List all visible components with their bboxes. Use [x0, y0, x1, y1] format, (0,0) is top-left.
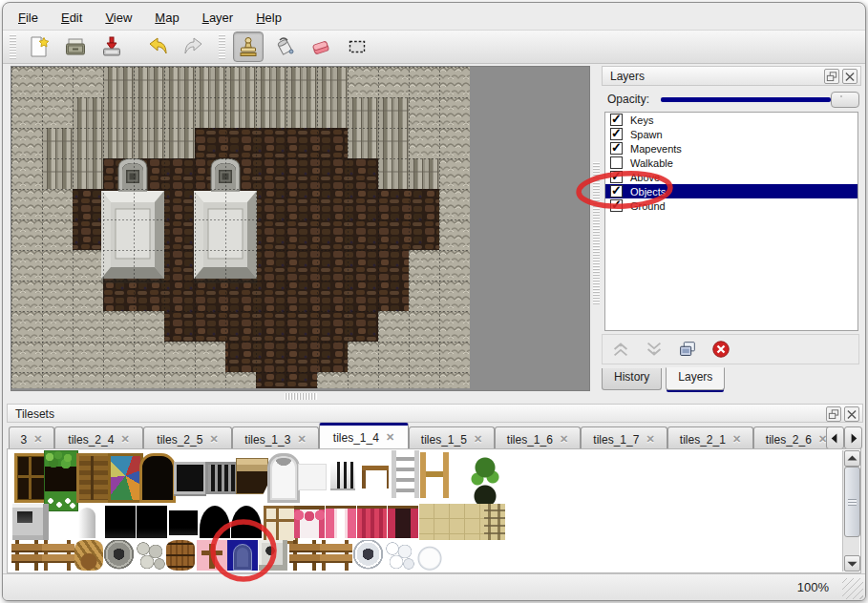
tile-tableSm[interactable] — [362, 466, 389, 489]
tile-awning[interactable] — [236, 458, 268, 494]
tab-close-icon[interactable]: ✕ — [386, 431, 394, 444]
close-panel-button[interactable] — [844, 406, 859, 422]
tile-furnace[interactable] — [12, 504, 49, 540]
layer-visibility-checkbox[interactable] — [610, 199, 623, 212]
tile-winShutter[interactable] — [76, 453, 111, 503]
eraser-tool-button[interactable] — [306, 31, 336, 62]
tile-curtainVal[interactable] — [294, 506, 325, 538]
tab-close-icon[interactable]: ✕ — [560, 433, 568, 446]
tab-close-icon[interactable]: ✕ — [297, 433, 306, 446]
tile-wallTan[interactable] — [419, 504, 484, 540]
tile-blankTile[interactable] — [298, 464, 327, 490]
menu-layer[interactable]: Layer — [193, 9, 243, 28]
tile-wellSnow[interactable] — [352, 540, 384, 571]
tile-moundSnow[interactable] — [414, 540, 445, 571]
tile-stonesSnow[interactable] — [384, 540, 414, 571]
tab-scroll-right-button[interactable] — [844, 426, 862, 449]
duplicate-layer-button[interactable] — [677, 339, 698, 360]
delete-layer-button[interactable] — [710, 339, 731, 360]
layer-visibility-checkbox[interactable] — [610, 142, 623, 155]
tile-plant[interactable] — [466, 450, 504, 508]
tile-tombSel-selected[interactable] — [227, 540, 258, 571]
tileset-tab-tiles_2_1[interactable]: tiles_2_1✕ — [667, 426, 753, 448]
tileset-tab-tiles_1_4[interactable]: tiles_1_4✕ — [319, 423, 409, 448]
tileset-content[interactable] — [7, 448, 861, 573]
fill-tool-button[interactable] — [269, 31, 300, 62]
float-panel-button[interactable] — [826, 406, 841, 422]
tileset-vertical-scrollbar[interactable] — [842, 450, 859, 572]
open-button[interactable] — [60, 31, 91, 62]
layer-visibility-checkbox[interactable] — [610, 114, 623, 126]
tileset-tab-tiles_1_7[interactable]: tiles_1_7✕ — [581, 426, 667, 448]
layer-row-walkable[interactable]: Walkable — [605, 156, 857, 170]
tile-blackArch[interactable] — [200, 506, 230, 538]
tile-curtainClosed[interactable] — [357, 506, 387, 538]
layer-visibility-checkbox[interactable] — [610, 171, 623, 183]
tileset-tab-3[interactable]: 3✕ — [9, 426, 54, 448]
opacity-slider-track[interactable] — [661, 97, 831, 102]
layer-visibility-checkbox[interactable] — [610, 128, 623, 140]
float-panel-button[interactable] — [824, 69, 839, 84]
tile-blackArch[interactable] — [231, 506, 262, 538]
tile-winArch[interactable] — [139, 453, 176, 503]
tile-bench[interactable] — [289, 540, 320, 571]
layer-visibility-checkbox[interactable] — [610, 185, 623, 198]
layer-row-spawn[interactable]: Spawn — [605, 127, 857, 141]
tile-stoneBlock[interactable] — [259, 540, 287, 571]
tileset-tab-tiles_1_6[interactable]: tiles_1_6✕ — [495, 426, 581, 448]
tile-ladder[interactable] — [392, 450, 419, 498]
rect-select-tool-button[interactable] — [342, 31, 372, 62]
tile-blackSq[interactable] — [105, 506, 136, 538]
tile-barrel[interactable] — [166, 540, 195, 571]
stamp-tool-button[interactable] — [233, 31, 264, 62]
tab-close-icon[interactable]: ✕ — [33, 433, 42, 446]
tile-winSmall[interactable] — [174, 462, 206, 494]
dock-tab-layers[interactable]: Layers — [666, 367, 725, 390]
tile-winBarred[interactable] — [205, 462, 238, 494]
map-canvas[interactable] — [11, 66, 590, 391]
tileset-tab-tiles_1_3[interactable]: tiles_1_3✕ — [232, 426, 319, 448]
tab-close-icon[interactable]: ✕ — [209, 433, 218, 446]
tile-grill[interactable] — [330, 462, 355, 489]
tileset-tab-tiles_2_5[interactable]: tiles_2_5✕ — [143, 426, 232, 448]
tile-stones[interactable] — [135, 540, 165, 571]
scroll-up-button[interactable] — [844, 450, 860, 467]
menu-view[interactable]: View — [95, 9, 141, 28]
tile-blackSq[interactable] — [137, 506, 167, 538]
tile-barrelBroken[interactable] — [74, 540, 103, 571]
undo-button[interactable] — [142, 31, 173, 62]
opacity-slider-handle[interactable] — [831, 92, 859, 108]
tile-archWhite[interactable] — [267, 453, 300, 503]
menu-help[interactable]: Help — [246, 9, 291, 28]
layer-row-objects[interactable]: Objects — [605, 184, 857, 198]
tab-scroll-left-button[interactable] — [826, 426, 844, 449]
save-button[interactable] — [96, 31, 127, 62]
tile-winStained[interactable] — [108, 453, 143, 503]
tile-curtainWin[interactable] — [388, 506, 418, 538]
layer-row-ground[interactable]: Ground — [605, 198, 857, 213]
close-panel-button[interactable] — [842, 69, 857, 84]
toolbar-handle[interactable] — [219, 34, 225, 59]
layer-row-keys[interactable]: Keys — [605, 113, 857, 127]
tile-bench2[interactable] — [42, 540, 74, 571]
tile-wallLadder[interactable] — [484, 504, 505, 540]
menu-edit[interactable]: Edit — [52, 9, 92, 28]
tile-doorHalf[interactable] — [78, 508, 95, 538]
tileset-tab-tiles_1_5[interactable]: tiles_1_5✕ — [409, 426, 495, 448]
menu-file[interactable]: File — [9, 9, 48, 28]
layer-visibility-checkbox[interactable] — [610, 156, 623, 169]
move-layer-down-button[interactable] — [644, 339, 665, 360]
dock-tab-history[interactable]: History — [602, 368, 662, 390]
toolbar-handle[interactable] — [10, 34, 16, 59]
tileset-tab-tiles_2_4[interactable]: tiles_2_4✕ — [54, 426, 143, 448]
layer-row-mapevents[interactable]: Mapevents — [605, 141, 857, 156]
scrollbar-handle[interactable] — [844, 467, 860, 537]
redo-button[interactable] — [179, 31, 209, 62]
tile-curtainOpen[interactable] — [326, 506, 356, 538]
move-layer-up-button[interactable] — [610, 339, 631, 360]
tile-flowerTop[interactable] — [44, 450, 78, 511]
resize-grip[interactable] — [842, 578, 863, 599]
vertical-splitter[interactable] — [591, 66, 601, 402]
menu-map[interactable]: Map — [145, 9, 188, 28]
tile-blackSq[interactable] — [169, 510, 198, 535]
